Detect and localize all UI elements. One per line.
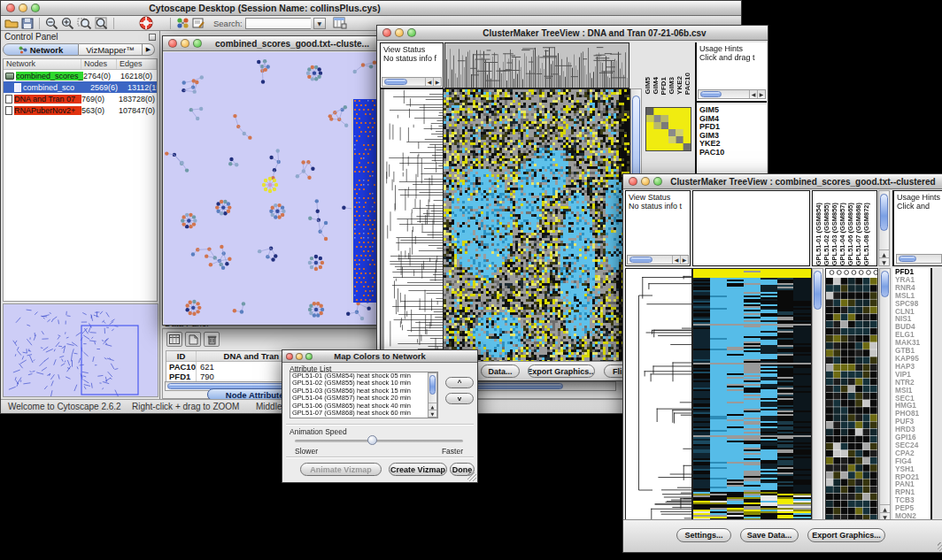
tab-overflow-button[interactable]: ▶ bbox=[143, 43, 155, 56]
scrollbar-thumb[interactable] bbox=[881, 271, 889, 297]
minimize-button[interactable] bbox=[296, 353, 303, 360]
treeview1-titlebar[interactable]: ClusterMaker TreeView : DNA and Tran 07-… bbox=[377, 26, 768, 41]
column-label[interactable]: YKE2 bbox=[676, 76, 683, 95]
column-label[interactable]: GIM5 bbox=[644, 77, 652, 95]
zoom-in-icon[interactable] bbox=[61, 17, 74, 30]
column-label[interactable]: PAC10 bbox=[683, 73, 691, 95]
column-label[interactable]: GIM3 bbox=[668, 77, 676, 95]
attribute-list-scrollbar[interactable]: ▲▼ bbox=[428, 372, 437, 418]
attribute-list[interactable]: GPL51-01 (GSM854) heat shock 05 minGPL51… bbox=[290, 372, 438, 418]
zoom-selected-region-icon[interactable] bbox=[77, 17, 92, 30]
scrollbar-thumb[interactable] bbox=[429, 375, 436, 395]
zoom-button[interactable] bbox=[193, 39, 202, 48]
vizmapper-shortcut-icon[interactable] bbox=[176, 17, 189, 30]
network-table-row[interactable]: combined_scores_ 2764(0) 16218(0) bbox=[4, 70, 157, 81]
animate-vizmap-button[interactable]: Animate Vizmap bbox=[300, 463, 382, 476]
network-table-row[interactable]: RNAPuberNov2+ 563(0) 107847(0) bbox=[4, 104, 157, 116]
zoom-fit-icon[interactable] bbox=[95, 17, 108, 30]
delete-attribute-icon[interactable] bbox=[204, 332, 220, 347]
zoom-button[interactable] bbox=[407, 28, 416, 37]
network-table-row[interactable]: combined_sco 2569(6) 13112(15) bbox=[4, 81, 157, 93]
gene-list-scrollbar[interactable]: ▲▼ bbox=[879, 268, 891, 521]
close-button[interactable] bbox=[382, 28, 391, 37]
attr-col-id[interactable]: ID bbox=[166, 351, 197, 361]
network-overview-thumbnail[interactable] bbox=[4, 304, 158, 396]
save-data-button[interactable]: Save Data... bbox=[740, 528, 799, 542]
export-graphics-button[interactable]: Export Graphics... bbox=[528, 364, 595, 378]
open-session-icon[interactable] bbox=[4, 17, 19, 30]
resize-grip[interactable] bbox=[467, 472, 476, 481]
column-label[interactable]: GPL51-04 (GSM857) bbox=[838, 203, 846, 265]
treeview1-column-dendrogram[interactable] bbox=[444, 42, 629, 88]
scroll-up-icon[interactable]: ▲ bbox=[429, 403, 436, 410]
create-vizmap-button[interactable]: Create Vizmap bbox=[389, 463, 447, 476]
resize-grip[interactable] bbox=[938, 542, 942, 551]
animation-speed-slider[interactable] bbox=[295, 440, 463, 442]
move-attribute-up-button[interactable]: ^ bbox=[445, 377, 474, 388]
scroll-right-icon[interactable]: ▶ bbox=[757, 90, 765, 98]
zoom-out-icon[interactable] bbox=[45, 17, 58, 30]
dialog-titlebar[interactable]: Map Colors to Network bbox=[282, 350, 477, 363]
scroll-left-icon[interactable]: ◀ bbox=[672, 256, 680, 264]
column-label[interactable]: GPL51-01 (GSM854) bbox=[815, 203, 822, 265]
float-panel-icon[interactable] bbox=[149, 34, 156, 41]
column-label[interactable]: GPL51-08 (GSM872) bbox=[862, 203, 870, 265]
treeview2-column-dendrogram-area[interactable] bbox=[692, 190, 810, 266]
scrollbar-thumb[interactable] bbox=[814, 271, 822, 310]
scrollbar-thumb[interactable] bbox=[700, 91, 722, 97]
col-header-nodes[interactable]: Nodes bbox=[81, 59, 117, 69]
gene-label[interactable]: PAC10 bbox=[699, 149, 767, 157]
usage-hints-scrollbar[interactable]: ◀▶ bbox=[698, 89, 766, 99]
column-label[interactable]: GPL51-06 (GSM865) bbox=[846, 203, 854, 265]
scroll-down-icon[interactable]: ▼ bbox=[879, 257, 889, 265]
close-button[interactable] bbox=[286, 353, 293, 360]
attribute-list-item[interactable]: GPL51-07 (GSM868) heat shock 60 min bbox=[290, 410, 437, 417]
search-input[interactable] bbox=[245, 18, 311, 29]
annotation-icon[interactable] bbox=[192, 17, 205, 30]
settings-button[interactable]: Settings... bbox=[676, 528, 731, 542]
scroll-down-icon[interactable]: ▼ bbox=[429, 410, 436, 417]
scrollbar-thumb[interactable] bbox=[880, 194, 888, 231]
view-status-scrollbar[interactable]: ◀▶ bbox=[382, 77, 442, 87]
close-button[interactable] bbox=[168, 39, 177, 48]
network-table-row[interactable]: DNA and Tran 07 769(0) 183728(0) bbox=[4, 93, 157, 104]
minimize-button[interactable] bbox=[395, 28, 404, 37]
column-labels-scrollbar[interactable]: ▲▼ bbox=[878, 190, 890, 266]
close-button[interactable] bbox=[6, 4, 15, 12]
col-header-edges[interactable]: Edges bbox=[117, 59, 157, 69]
column-label[interactable]: GPL51-02 (GSM855) bbox=[822, 203, 830, 265]
zoom-button[interactable] bbox=[653, 177, 662, 186]
scrollbar-thumb[interactable] bbox=[899, 256, 916, 262]
scroll-left-icon[interactable]: ◀ bbox=[425, 78, 433, 86]
view-status-scrollbar[interactable]: ◀▶ bbox=[627, 255, 689, 265]
attribute-browser-icon[interactable] bbox=[333, 17, 347, 30]
help-lifebuoy-icon[interactable] bbox=[139, 17, 153, 30]
treeview2-heatmap[interactable] bbox=[692, 268, 812, 523]
column-label[interactable]: GPL51-07 (GSM868) bbox=[854, 203, 862, 265]
move-attribute-down-button[interactable]: v bbox=[445, 393, 474, 404]
search-dropdown-button[interactable]: ▼ bbox=[313, 18, 326, 29]
export-graphics-button[interactable]: Export Graphics... bbox=[807, 528, 885, 542]
zoom-button[interactable] bbox=[305, 353, 313, 360]
usage-hints-scrollbar[interactable] bbox=[896, 254, 942, 264]
scrollbar-thumb[interactable] bbox=[629, 257, 652, 263]
save-session-icon[interactable] bbox=[21, 17, 34, 30]
column-label[interactable]: GPL51-03 (GSM856) bbox=[830, 203, 838, 265]
treeview2-titlebar[interactable]: ClusterMaker TreeView : combined_scores_… bbox=[623, 174, 942, 189]
scroll-up-icon[interactable]: ▲ bbox=[879, 249, 889, 257]
treeview2-heatmap-scrollbar[interactable] bbox=[812, 268, 823, 521]
tab-vizmapper[interactable]: VizMapper™ bbox=[79, 43, 143, 56]
scroll-right-icon[interactable]: ▶ bbox=[433, 78, 441, 86]
minimize-button[interactable] bbox=[181, 39, 189, 48]
new-attribute-icon[interactable] bbox=[185, 332, 201, 347]
scroll-up-icon[interactable]: ▲ bbox=[880, 504, 890, 512]
column-label[interactable]: PFD1 bbox=[660, 77, 668, 95]
zoom-button[interactable] bbox=[31, 4, 40, 12]
scroll-right-icon[interactable]: ▶ bbox=[680, 256, 688, 264]
tab-network[interactable]: Network bbox=[3, 43, 79, 56]
select-attributes-icon[interactable] bbox=[166, 332, 182, 347]
treeview1-correlation-matrix[interactable] bbox=[645, 107, 691, 151]
col-header-network[interactable]: Network bbox=[4, 59, 81, 69]
slider-thumb[interactable] bbox=[367, 435, 377, 445]
close-button[interactable] bbox=[629, 177, 637, 186]
